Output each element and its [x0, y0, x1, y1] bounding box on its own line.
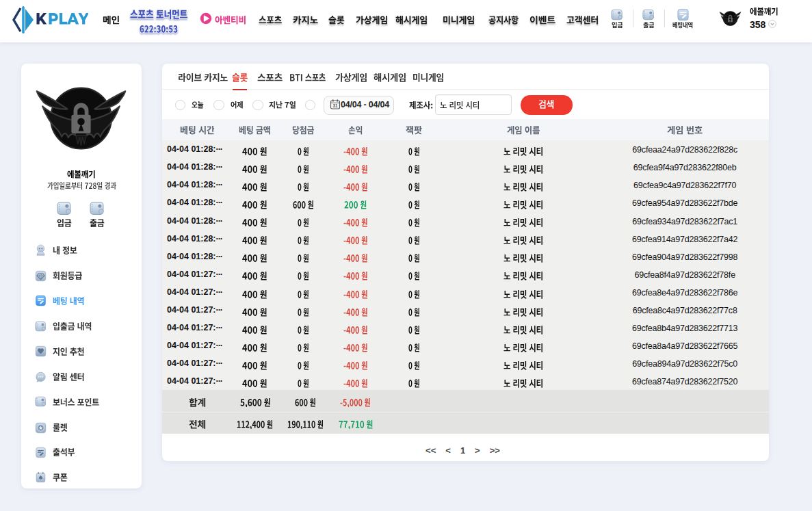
svg-text:31: 31: [332, 103, 338, 108]
